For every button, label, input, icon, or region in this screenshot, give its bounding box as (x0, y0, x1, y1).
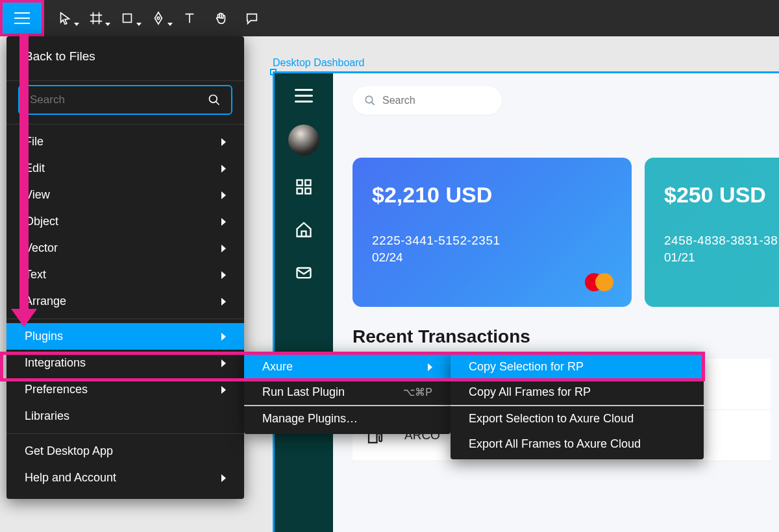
menu-integrations[interactable]: Integrations (6, 350, 244, 376)
card-number: 2458-4838-3831-38 (664, 234, 779, 248)
menu-back-to-files[interactable]: Back to Files (6, 36, 244, 77)
card-amount: $2,210 USD (372, 182, 612, 208)
chevron-right-icon (428, 363, 432, 371)
svg-rect-1 (297, 180, 303, 186)
chevron-right-icon (221, 138, 226, 146)
chevron-right-icon (221, 218, 226, 226)
chevron-right-icon (221, 245, 226, 252)
svg-point-6 (365, 96, 373, 103)
pointer-tool[interactable] (49, 0, 80, 36)
axure-export-selection-cloud[interactable]: Export Selection to Axure Cloud (451, 406, 704, 431)
menu-icon[interactable] (295, 89, 313, 103)
menu-file[interactable]: File (6, 128, 244, 155)
chevron-right-icon (221, 165, 226, 173)
svg-rect-4 (305, 188, 310, 193)
menu-search[interactable] (18, 85, 232, 115)
menu-preferences[interactable]: Preferences (6, 376, 244, 403)
menu-plugins[interactable]: Plugins (6, 323, 244, 350)
dashboard-sidebar (275, 73, 333, 532)
menu-help-account[interactable]: Help and Account (6, 465, 244, 491)
chevron-right-icon (221, 333, 226, 341)
comment-tool[interactable] (236, 0, 267, 36)
axure-submenu: Copy Selection for RP Copy All Frames fo… (451, 352, 704, 459)
main-menu-button[interactable] (0, 0, 44, 36)
search-icon (208, 93, 221, 106)
balance-card-2[interactable]: $250 USD 2458-4838-3831-38 01/21 (645, 158, 779, 307)
chevron-right-icon (221, 191, 226, 199)
svg-point-8 (210, 95, 217, 103)
submenu-axure[interactable]: Axure (244, 354, 451, 380)
axure-copy-all-frames-rp[interactable]: Copy All Frames for RP (451, 380, 704, 405)
menu-view[interactable]: View (6, 182, 244, 208)
home-icon[interactable] (295, 221, 313, 241)
menu-edit[interactable]: Edit (6, 155, 244, 182)
svg-rect-5 (297, 268, 311, 278)
chevron-right-icon (221, 386, 226, 394)
card-number: 2225-3441-5152-2351 (372, 234, 612, 248)
recent-transactions-header: Recent Transactions (352, 326, 530, 347)
avatar[interactable] (288, 125, 319, 156)
annotation-arrow (19, 34, 29, 313)
menu-libraries[interactable]: Libraries (6, 403, 244, 429)
chevron-right-icon (221, 474, 226, 482)
frame-label[interactable]: Desktop Dashboard (273, 57, 364, 69)
menu-vector[interactable]: Vector (6, 235, 244, 261)
mastercard-icon (585, 273, 613, 291)
menu-search-input[interactable] (30, 93, 160, 106)
main-menu: Back to Files File Edit View Object Vect… (6, 36, 244, 499)
dashboard-search[interactable] (352, 86, 502, 115)
card-amount: $250 USD (664, 182, 779, 208)
card-expiry: 01/21 (664, 250, 779, 265)
chevron-right-icon (221, 298, 226, 306)
axure-copy-selection-rp[interactable]: Copy Selection for RP (451, 354, 704, 380)
mail-icon[interactable] (295, 263, 313, 284)
chevron-right-icon (221, 271, 226, 279)
hamburger-icon (14, 12, 30, 24)
frame-tool[interactable] (80, 0, 112, 36)
menu-text[interactable]: Text (6, 261, 244, 288)
top-toolbar (0, 0, 779, 36)
pen-tool[interactable] (143, 0, 174, 36)
balance-card-1[interactable]: $2,210 USD 2225-3441-5152-2351 02/24 (352, 158, 632, 307)
submenu-manage-plugins[interactable]: Manage Plugins… (244, 406, 451, 431)
dashboard-main: $2,210 USD 2225-3441-5152-2351 02/24 $25… (333, 73, 779, 532)
dashboard-search-input[interactable] (382, 95, 480, 106)
hand-tool[interactable] (205, 0, 236, 36)
shape-tool[interactable] (112, 0, 143, 36)
text-tool[interactable] (174, 0, 205, 36)
menu-arrange[interactable]: Arrange (6, 288, 244, 315)
chevron-right-icon (221, 359, 226, 367)
menu-get-desktop-app[interactable]: Get Desktop App (6, 438, 244, 465)
search-icon (364, 95, 376, 106)
svg-rect-2 (305, 180, 310, 186)
card-expiry: 02/24 (372, 250, 612, 265)
svg-rect-0 (123, 14, 132, 23)
axure-export-all-frames-cloud[interactable]: Export All Frames to Axure Cloud (451, 431, 704, 457)
keyboard-shortcut: ⌥⌘P (403, 386, 432, 398)
svg-rect-3 (297, 188, 303, 193)
menu-object[interactable]: Object (6, 208, 244, 235)
grid-icon[interactable] (295, 178, 313, 199)
plugins-submenu: Axure Run Last Plugin⌥⌘P Manage Plugins… (244, 352, 451, 434)
submenu-run-last-plugin[interactable]: Run Last Plugin⌥⌘P (244, 380, 451, 405)
frame-desktop-dashboard[interactable]: $2,210 USD 2225-3441-5152-2351 02/24 $25… (273, 71, 779, 532)
